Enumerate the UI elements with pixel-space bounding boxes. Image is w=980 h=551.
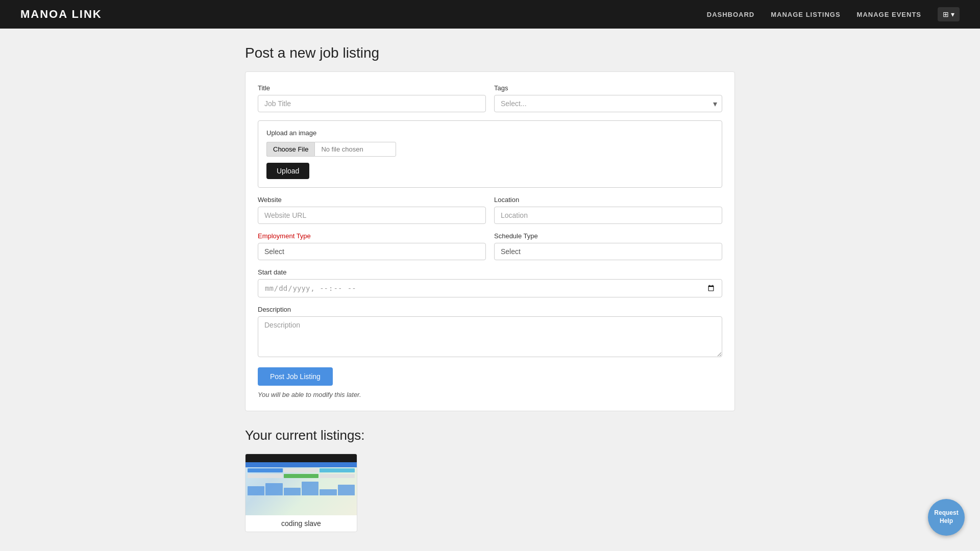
thumb-bar bbox=[265, 483, 282, 495]
thumb-bar bbox=[320, 489, 336, 495]
tags-input[interactable] bbox=[494, 95, 722, 112]
thumb-sub-bar bbox=[246, 462, 357, 467]
thumb-header-bar bbox=[246, 454, 357, 462]
title-input[interactable] bbox=[258, 95, 486, 112]
upload-section-label: Upload an image bbox=[266, 129, 714, 137]
start-date-input[interactable] bbox=[258, 279, 722, 297]
choose-file-button[interactable]: Choose File bbox=[266, 142, 314, 157]
upload-button[interactable]: Upload bbox=[266, 163, 309, 179]
upload-section: Upload an image Choose File No file chos… bbox=[258, 120, 722, 188]
page-title: Post a new job listing bbox=[245, 45, 735, 61]
title-group: Title bbox=[258, 84, 486, 112]
employment-type-select[interactable]: Select bbox=[258, 243, 486, 260]
schedule-type-label: Schedule Type bbox=[494, 232, 722, 240]
request-help-button[interactable]: RequestHelp bbox=[928, 499, 965, 536]
location-label: Location bbox=[494, 196, 722, 204]
thumb-cell bbox=[248, 468, 283, 472]
thumb-bar bbox=[302, 482, 318, 495]
website-label: Website bbox=[258, 196, 486, 204]
thumb-bars bbox=[248, 480, 355, 495]
description-group: Description bbox=[258, 306, 722, 357]
employment-type-label: Employment Type bbox=[258, 232, 486, 240]
start-date-group: Start date bbox=[258, 268, 722, 297]
thumb-content bbox=[248, 468, 355, 513]
thumb-cell bbox=[284, 468, 319, 472]
description-label: Description bbox=[258, 306, 722, 313]
grid-icon: ⊞ bbox=[943, 10, 949, 18]
job-listing-form: Title Tags ▾ Upload an image Choose File… bbox=[245, 71, 735, 411]
nav-icon-button[interactable]: ⊞ ▾ bbox=[938, 7, 960, 21]
listing-thumbnail bbox=[246, 454, 357, 515]
listing-name: coding slave bbox=[246, 515, 357, 532]
title-tags-row: Title Tags ▾ bbox=[258, 84, 722, 112]
thumb-row-2 bbox=[248, 474, 355, 478]
start-date-label: Start date bbox=[258, 268, 722, 276]
start-date-row: Start date bbox=[258, 268, 722, 297]
file-name-display: No file chosen bbox=[314, 142, 396, 157]
thumb-bar bbox=[248, 486, 264, 495]
employment-schedule-row: Employment Type Select Schedule Type Sel… bbox=[258, 232, 722, 260]
modify-note: You will be able to modify this later. bbox=[258, 391, 722, 398]
title-label: Title bbox=[258, 84, 486, 92]
navbar: MANOA LINK DASHBOARD MANAGE LISTINGS MAN… bbox=[0, 0, 980, 29]
request-help-label: RequestHelp bbox=[934, 509, 958, 524]
thumb-cell bbox=[248, 474, 283, 478]
nav-icon-chevron: ▾ bbox=[951, 10, 954, 18]
main-content: Post a new job listing Title Tags ▾ Uplo… bbox=[235, 29, 745, 551]
tags-group: Tags ▾ bbox=[494, 84, 722, 112]
thumb-cell bbox=[320, 468, 355, 472]
listing-thumb-inner bbox=[246, 454, 357, 515]
current-listings-title: Your current listings: bbox=[245, 428, 735, 443]
nav-manage-events[interactable]: MANAGE EVENTS bbox=[857, 11, 921, 18]
tags-label: Tags bbox=[494, 84, 722, 92]
thumb-row-1 bbox=[248, 468, 355, 472]
nav-dashboard[interactable]: DASHBOARD bbox=[707, 11, 755, 18]
schedule-type-select[interactable]: Select bbox=[494, 243, 722, 260]
website-input[interactable] bbox=[258, 207, 486, 224]
tags-select-wrapper: ▾ bbox=[494, 95, 722, 112]
website-group: Website bbox=[258, 196, 486, 224]
description-textarea[interactable] bbox=[258, 316, 722, 357]
thumb-cell bbox=[320, 474, 355, 478]
thumb-bar bbox=[284, 488, 301, 495]
description-row: Description bbox=[258, 306, 722, 357]
schedule-type-group: Schedule Type Select bbox=[494, 232, 722, 260]
website-location-row: Website Location bbox=[258, 196, 722, 224]
location-input[interactable] bbox=[494, 207, 722, 224]
nav-manage-listings[interactable]: MANAGE LISTINGS bbox=[771, 11, 840, 18]
listing-card[interactable]: coding slave bbox=[245, 454, 357, 532]
site-logo: MANOA LINK bbox=[20, 8, 102, 21]
location-group: Location bbox=[494, 196, 722, 224]
nav-links: DASHBOARD MANAGE LISTINGS MANAGE EVENTS … bbox=[707, 7, 960, 21]
thumb-bar bbox=[338, 485, 355, 495]
employment-type-group: Employment Type Select bbox=[258, 232, 486, 260]
post-job-listing-button[interactable]: Post Job Listing bbox=[258, 367, 333, 386]
listings-grid: coding slave bbox=[245, 454, 735, 532]
file-input-row: Choose File No file chosen bbox=[266, 142, 714, 157]
thumb-cell bbox=[284, 474, 319, 478]
